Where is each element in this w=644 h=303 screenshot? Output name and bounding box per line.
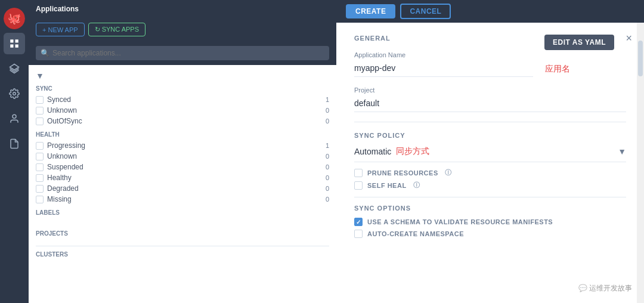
synced-count: 1	[326, 96, 329, 103]
missing-count: 0	[326, 196, 329, 203]
sync-options-title: SYNC OPTIONS	[354, 205, 626, 212]
toolbar: CREATE CANCEL	[336, 0, 644, 23]
watermark-icon: 💬	[578, 284, 587, 292]
sidebar-nav: 🐙	[0, 0, 29, 303]
app-name-input[interactable]	[354, 61, 533, 77]
sidebar-title: Applications	[36, 5, 79, 13]
search-bar: 🔍	[29, 41, 336, 65]
filter-unknown-sync[interactable]: Unknown 0	[36, 105, 329, 116]
self-heal-checkbox[interactable]	[354, 181, 363, 190]
new-app-button[interactable]: + NEW APP	[36, 23, 85, 36]
sync-policy-title: SYNC POLICY	[354, 132, 626, 139]
edit-yaml-button[interactable]: EDIT AS YAML	[544, 35, 614, 50]
svg-rect-4	[10, 45, 13, 48]
self-heal-info-icon: ⓘ	[413, 181, 420, 190]
auto-create-namespace-checkbox[interactable]	[354, 230, 363, 238]
filter-outofsync[interactable]: OutOfSync 0	[36, 116, 329, 126]
filter-degraded[interactable]: Degraded 0	[36, 183, 329, 194]
self-heal-row: SELF HEAL ⓘ	[354, 181, 626, 190]
missing-checkbox[interactable]	[36, 196, 44, 203]
sync-policy-value: Automatic	[354, 147, 391, 156]
project-label: Project	[354, 86, 626, 94]
project-field: Project	[354, 86, 626, 112]
unknown-sync-label: Unknown	[47, 106, 77, 115]
watermark: 💬 运维开发故事	[578, 283, 632, 293]
create-button[interactable]: CREATE	[346, 4, 395, 18]
svg-point-8	[13, 115, 16, 118]
svg-point-7	[13, 92, 16, 95]
unknown-sync-checkbox[interactable]	[36, 107, 44, 115]
nav-apps-icon[interactable]	[4, 33, 25, 54]
sync-apps-button[interactable]: ↻ SYNC APPS	[88, 23, 145, 36]
prune-resources-info-icon: ⓘ	[445, 168, 452, 177]
auto-create-namespace-row: AUTO-CREATE NAMESPACE	[354, 230, 626, 238]
filter-healthy[interactable]: Healthy 0	[36, 172, 329, 183]
sync-policy-annotation: 同步方式	[396, 146, 429, 157]
projects-title: PROJECTS	[36, 230, 329, 237]
filter-icon: ▼	[36, 71, 329, 81]
svg-rect-5	[16, 45, 18, 48]
suspended-count: 0	[326, 163, 329, 171]
svg-rect-2	[10, 39, 13, 42]
filter-unknown-health[interactable]: Unknown 0	[36, 151, 329, 162]
nav-layers-icon[interactable]	[4, 58, 25, 79]
filter-synced[interactable]: Synced 1	[36, 94, 329, 105]
unknown-health-checkbox[interactable]	[36, 153, 44, 160]
svg-rect-3	[16, 39, 18, 42]
filter-suspended[interactable]: Suspended 0	[36, 162, 329, 172]
prune-resources-checkbox[interactable]	[354, 169, 363, 177]
sync-policy-section: SYNC POLICY Automatic 同步方式 ▼ PRUNE RESOU…	[354, 122, 626, 190]
unknown-health-label: Unknown	[47, 152, 77, 160]
search-icon: 🔍	[41, 49, 49, 57]
synced-label: Synced	[47, 95, 71, 104]
use-schema-row: ✓ USE A SCHEMA TO VALIDATE RESOURCE MANI…	[354, 218, 626, 226]
nav-file-icon[interactable]	[4, 133, 25, 154]
app-name-annotation: 应用名	[545, 64, 570, 75]
synced-checkbox[interactable]	[36, 96, 44, 104]
degraded-label: Degraded	[47, 184, 79, 193]
main-content: CREATE CANCEL × EDIT AS YAML GENERAL App…	[336, 0, 644, 303]
progressing-checkbox[interactable]	[36, 142, 44, 150]
sidebar-main: Applications + NEW APP ↻ SYNC APPS 🔍 ▼ S…	[29, 0, 336, 303]
search-input[interactable]	[36, 46, 329, 60]
chevron-down-icon[interactable]: ▼	[618, 147, 626, 156]
sync-group-title: SYNC	[36, 85, 329, 92]
sync-policy-row: Automatic 同步方式 ▼	[354, 146, 626, 162]
close-button[interactable]: ×	[626, 32, 632, 45]
use-schema-checkbox[interactable]: ✓	[354, 218, 363, 226]
healthy-count: 0	[326, 174, 329, 181]
form-area: × EDIT AS YAML GENERAL Application Name …	[336, 23, 644, 303]
filter-progressing[interactable]: Progressing 1	[36, 140, 329, 151]
nav-gear-icon[interactable]	[4, 83, 25, 104]
watermark-text: 运维开发故事	[589, 284, 632, 292]
unknown-sync-count: 0	[326, 107, 329, 114]
app-name-field: Application Name 应用名	[354, 51, 626, 77]
svg-text:🐙: 🐙	[8, 12, 21, 25]
project-input[interactable]	[354, 96, 626, 112]
cancel-button[interactable]: CANCEL	[400, 4, 451, 19]
use-schema-label: USE A SCHEMA TO VALIDATE RESOURCE MANIFE…	[367, 218, 553, 225]
nav-user-icon[interactable]	[4, 108, 25, 129]
sidebar-top-bar: Applications	[29, 0, 336, 18]
labels-title: LABELS	[36, 209, 329, 216]
prune-resources-row: PRUNE RESOURCES ⓘ	[354, 168, 626, 177]
scrollbar[interactable]	[637, 23, 644, 303]
outofsync-label: OutOfSync	[47, 117, 82, 125]
avatar[interactable]: 🐙	[4, 8, 25, 29]
self-heal-label: SELF HEAL	[367, 182, 407, 189]
health-group-title: HEALTH	[36, 131, 329, 138]
clusters-title: CLUSTERS	[36, 251, 329, 258]
sync-options-section: SYNC OPTIONS ✓ USE A SCHEMA TO VALIDATE …	[354, 197, 626, 238]
suspended-checkbox[interactable]	[36, 163, 44, 171]
healthy-checkbox[interactable]	[36, 174, 44, 182]
progressing-label: Progressing	[47, 141, 85, 150]
suspended-label: Suspended	[47, 163, 83, 171]
auto-create-namespace-label: AUTO-CREATE NAMESPACE	[367, 230, 464, 237]
filter-section: ▼ SYNC Synced 1 Unknown 0 OutOfSync 0 HE…	[29, 65, 336, 303]
missing-label: Missing	[47, 195, 72, 203]
outofsync-count: 0	[326, 118, 329, 125]
outofsync-checkbox[interactable]	[36, 118, 44, 125]
scrollbar-thumb[interactable]	[638, 41, 643, 76]
filter-missing[interactable]: Missing 0	[36, 194, 329, 205]
degraded-checkbox[interactable]	[36, 185, 44, 193]
